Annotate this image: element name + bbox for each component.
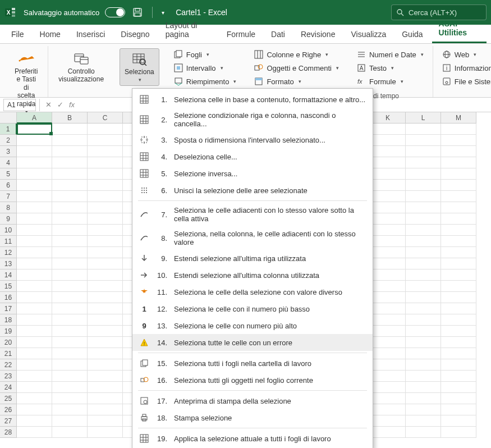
menu-item[interactable]: 3.Sposta o ridimensiona l'intervallo sel… [132, 131, 373, 148]
cell[interactable] [406, 168, 441, 180]
row-header[interactable]: 3 [0, 146, 17, 157]
cell[interactable] [17, 337, 52, 348]
cell[interactable] [441, 236, 476, 247]
colonne-button[interactable]: Colonne e Righe▾ [251, 48, 342, 61]
cell[interactable] [370, 303, 406, 314]
row-header[interactable]: 8 [0, 202, 17, 213]
cell[interactable] [88, 359, 123, 371]
cell[interactable] [441, 269, 476, 281]
cell[interactable] [406, 427, 441, 438]
cell[interactable] [52, 371, 88, 382]
cell[interactable] [370, 427, 406, 438]
cell[interactable] [52, 168, 88, 180]
cell[interactable] [88, 135, 123, 146]
row-header[interactable]: 22 [0, 359, 17, 371]
cell[interactable] [441, 427, 476, 438]
cell[interactable] [370, 180, 406, 191]
cell[interactable] [52, 157, 88, 168]
select-all-corner[interactable] [0, 112, 17, 124]
cell[interactable] [441, 393, 476, 404]
cell[interactable] [406, 348, 441, 359]
cell[interactable] [52, 258, 88, 269]
cell[interactable] [370, 124, 406, 135]
riempimento-button[interactable]: Riempimento▾ [171, 75, 240, 88]
menu-item[interactable]: 11.Seleziona le celle della selezione co… [132, 284, 373, 300]
cell[interactable] [441, 371, 476, 382]
cell[interactable] [17, 359, 52, 371]
cell[interactable] [406, 213, 441, 225]
testo-button[interactable]: ATesto▾ [354, 62, 427, 74]
cell[interactable] [441, 281, 476, 292]
row-header[interactable]: 10 [0, 225, 17, 236]
cell[interactable] [370, 382, 406, 393]
cell[interactable] [370, 191, 406, 202]
cell[interactable] [17, 146, 52, 157]
formule-button[interactable]: fxFormule▾ [354, 75, 427, 88]
cell[interactable] [370, 146, 406, 157]
cell[interactable] [17, 236, 52, 247]
cell[interactable] [441, 168, 476, 180]
cell[interactable] [17, 258, 52, 269]
cell[interactable] [17, 269, 52, 281]
cell[interactable] [88, 404, 123, 415]
cell[interactable] [17, 180, 52, 191]
cell[interactable] [17, 168, 52, 180]
cell[interactable] [52, 292, 88, 303]
cell[interactable] [441, 135, 476, 146]
row-header[interactable]: 6 [0, 180, 17, 191]
row-header[interactable]: 13 [0, 258, 17, 269]
cell[interactable] [441, 157, 476, 168]
toggle-switch[interactable] [105, 7, 125, 17]
cell[interactable] [52, 326, 88, 337]
cell[interactable] [406, 393, 441, 404]
cell[interactable] [52, 348, 88, 359]
row-header[interactable]: 20 [0, 337, 17, 348]
cell[interactable] [52, 213, 88, 225]
tab-revisione[interactable]: Revisione [294, 25, 342, 43]
row-header[interactable]: 28 [0, 427, 17, 438]
cell[interactable] [406, 326, 441, 337]
row-header[interactable]: 23 [0, 371, 17, 382]
cell[interactable] [441, 326, 476, 337]
tab-disegno[interactable]: Disegno [114, 25, 156, 43]
cell[interactable] [52, 180, 88, 191]
numeri-button[interactable]: Numeri e Date▾ [354, 48, 427, 61]
menu-item[interactable]: 17.Anteprima di stampa della selezione [132, 392, 373, 409]
web-button[interactable]: Web▾ [439, 48, 491, 61]
cell[interactable] [406, 371, 441, 382]
cell[interactable] [441, 258, 476, 269]
menu-item[interactable]: !14.Seleziona tutte le celle con un erro… [132, 334, 373, 351]
cell[interactable] [370, 236, 406, 247]
cell[interactable] [370, 269, 406, 281]
cell[interactable] [17, 213, 52, 225]
cell[interactable] [17, 348, 52, 359]
cell[interactable] [88, 281, 123, 292]
cell[interactable] [370, 393, 406, 404]
cell[interactable] [406, 281, 441, 292]
column-header[interactable]: B [52, 112, 88, 124]
cell[interactable] [370, 202, 406, 213]
row-header[interactable]: 9 [0, 213, 17, 225]
cell[interactable] [17, 314, 52, 326]
cell[interactable] [406, 258, 441, 269]
cell[interactable] [88, 236, 123, 247]
cell[interactable] [370, 359, 406, 371]
cell[interactable] [441, 124, 476, 135]
cell[interactable] [441, 180, 476, 191]
menu-item[interactable]: 6.Unisci la selezione delle aree selezio… [132, 182, 373, 199]
menu-item[interactable]: 18.Stampa selezione [132, 409, 373, 426]
cell[interactable] [52, 359, 88, 371]
cell[interactable] [88, 393, 123, 404]
column-header[interactable]: L [406, 112, 441, 124]
cell[interactable] [17, 124, 52, 135]
cell[interactable] [406, 303, 441, 314]
cell[interactable] [370, 157, 406, 168]
cell[interactable] [88, 146, 123, 157]
menu-item[interactable]: 4.Deseleziona celle... [132, 148, 373, 165]
cell[interactable] [17, 404, 52, 415]
row-header[interactable]: 11 [0, 236, 17, 247]
cell[interactable] [406, 247, 441, 258]
cell[interactable] [52, 303, 88, 314]
row-header[interactable]: 4 [0, 157, 17, 168]
autosave-toggle[interactable]: Salvataggio automatico [24, 7, 125, 17]
